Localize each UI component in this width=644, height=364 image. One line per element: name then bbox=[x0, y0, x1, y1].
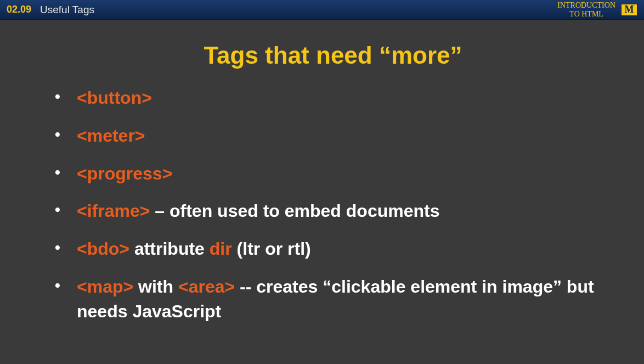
bullet-item: <iframe> – often used to embed documents bbox=[55, 199, 611, 223]
bullet-list: <button> <meter> <progress> <iframe> – o… bbox=[55, 86, 611, 324]
slide-content: Tags that need “more” <button> <meter> <… bbox=[0, 20, 644, 359]
attr-text: dir bbox=[210, 239, 232, 259]
course-line-1: INTRODUCTION bbox=[557, 1, 615, 9]
slide-number: 02.09 bbox=[7, 4, 31, 15]
slide-header: 02.09 Useful Tags INTRODUCTION TO HTML M bbox=[0, 0, 644, 20]
bullet-mid: with bbox=[133, 277, 178, 296]
bullet-item: <bdo> attribute dir (ltr or rtl) bbox=[55, 237, 611, 261]
tag-text: <button> bbox=[77, 88, 152, 108]
bullet-item: <meter> bbox=[55, 124, 611, 148]
main-title: Tags that need “more” bbox=[55, 42, 611, 69]
bullet-item: <button> bbox=[55, 86, 611, 110]
tag-text: <meter> bbox=[77, 126, 145, 145]
slide-title: Useful Tags bbox=[40, 4, 94, 16]
course-name: INTRODUCTION TO HTML bbox=[557, 1, 615, 18]
tag-text: <map> bbox=[77, 277, 133, 296]
tag-text-2: <area> bbox=[178, 277, 235, 296]
tag-text: <bdo> bbox=[77, 239, 129, 259]
course-line-2: TO HTML bbox=[557, 10, 615, 18]
header-right: INTRODUCTION TO HTML M bbox=[557, 1, 637, 18]
umich-logo: M bbox=[621, 4, 637, 16]
bullet-item: <progress> bbox=[55, 161, 611, 186]
bullet-item: <map> with <area> -- creates “clickable … bbox=[55, 275, 611, 324]
bullet-desc: – often used to embed documents bbox=[150, 201, 439, 221]
tag-text: <iframe> bbox=[77, 201, 150, 221]
tag-text: <progress> bbox=[77, 164, 172, 183]
bullet-mid: attribute bbox=[129, 239, 210, 259]
bullet-desc: (ltr or rtl) bbox=[232, 239, 311, 259]
